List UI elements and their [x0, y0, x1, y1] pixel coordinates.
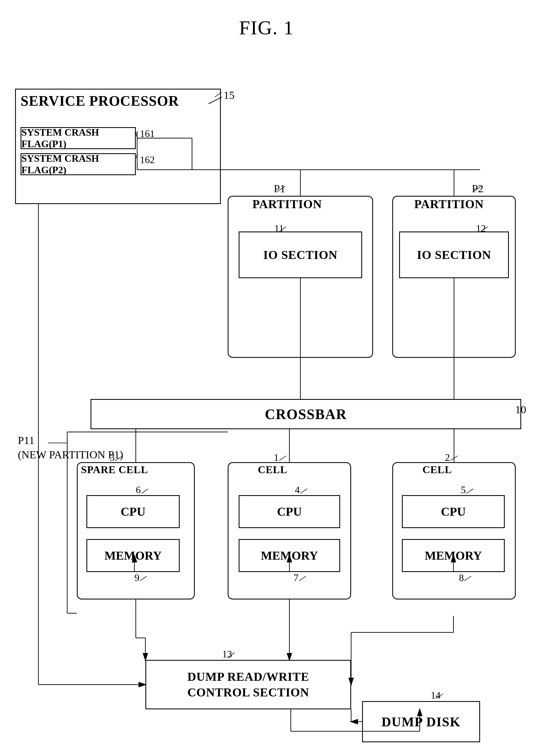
- ref-4: 4: [295, 484, 300, 496]
- page-title: FIG. 1: [0, 0, 533, 50]
- ref-11: 11: [274, 223, 284, 234]
- cell-2-label: CELL: [422, 464, 452, 475]
- ref-7: 7: [293, 572, 298, 583]
- ref-1: 1: [274, 452, 279, 463]
- memory-cell2-box: MEMORY: [402, 539, 505, 572]
- ref-5: 5: [461, 484, 466, 496]
- ref-161: 161: [140, 128, 155, 140]
- ref-3: 3: [110, 452, 115, 463]
- partition-p2-label: PARTITION: [414, 197, 484, 211]
- cell-2-box: [392, 462, 516, 600]
- ref-12: 12: [476, 223, 486, 234]
- partition-p1-label: PARTITION: [252, 197, 322, 211]
- ref-2: 2: [445, 452, 450, 463]
- ref-14: 14: [431, 689, 441, 701]
- spare-cell-label: SPARE CELL: [81, 464, 148, 475]
- ref-p2: P2: [472, 182, 483, 195]
- memory-spare-box: MEMORY: [87, 539, 180, 572]
- crash-flag-2-box: SYSTEM CRASH FLAG(P2): [21, 153, 136, 175]
- ref-6: 6: [136, 484, 141, 496]
- ref-p1: P1: [274, 182, 285, 195]
- crossbar-box: CROSSBAR: [90, 399, 521, 429]
- ref-8: 8: [459, 572, 464, 583]
- dump-rw-box: DUMP READ/WRITECONTROL SECTION: [145, 660, 351, 709]
- ref-13: 13: [222, 648, 232, 660]
- ref-9: 9: [135, 572, 140, 583]
- dump-rw-label: DUMP READ/WRITECONTROL SECTION: [187, 669, 309, 700]
- crash-flag-1-box: SYSTEM CRASH FLAG(P1): [21, 127, 136, 149]
- p11-label: P11 (NEW PARTITION P1): [18, 433, 123, 462]
- cell-1-label: CELL: [258, 464, 287, 475]
- cpu-spare-box: CPU: [87, 495, 180, 528]
- svg-line-35: [279, 456, 286, 461]
- ref-10: 10: [515, 403, 526, 416]
- cell-1-box: [228, 462, 351, 600]
- memory-cell1-box: MEMORY: [239, 539, 340, 572]
- dump-disk-box: DUMP DISK: [362, 701, 480, 742]
- cpu-cell2-box: CPU: [402, 495, 505, 528]
- svg-line-36: [450, 456, 458, 461]
- service-processor-label: SERVICE PROCESSOR: [21, 93, 179, 109]
- diagram-container: SERVICE PROCESSOR 15 SYSTEM CRASH FLAG(P…: [0, 50, 533, 756]
- ref-162: 162: [140, 154, 155, 166]
- ref-15: 15: [224, 89, 235, 102]
- io-section-12-box: IO SECTION: [399, 231, 509, 278]
- cpu-cell1-box: CPU: [239, 495, 340, 528]
- io-section-11-box: IO SECTION: [239, 231, 362, 278]
